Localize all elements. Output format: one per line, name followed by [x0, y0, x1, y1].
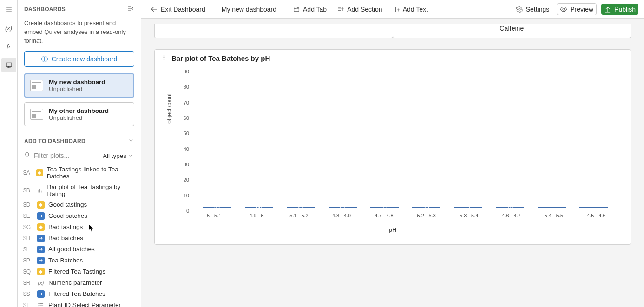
plot-item[interactable]: $R (x) Numeric parameter: [18, 277, 141, 288]
add-tab-button[interactable]: Add Tab: [290, 4, 329, 15]
object-set-icon: ◆: [36, 169, 43, 176]
y-tick: 90: [184, 69, 189, 74]
sidebar-title-row: DASHBOARDS: [18, 0, 141, 15]
bar[interactable]: 83: [203, 207, 231, 208]
dashboard-card[interactable]: My other dashboard Unpublished: [24, 102, 134, 126]
bar-slot: 14: [489, 207, 531, 208]
bar[interactable]: 14: [496, 207, 524, 208]
x-tick-label: 5.3 - 5.4: [447, 213, 490, 218]
plot-item[interactable]: $G ◆ Bad tastings: [18, 222, 141, 233]
item-label: Good batches: [48, 212, 87, 219]
svg-point-45: [164, 57, 165, 58]
collapse-sidebar-icon[interactable]: [127, 5, 134, 13]
plots-list: $A ◆ Tea Tastings linked to Tea Batches …: [18, 164, 141, 307]
transform-icon: ➜: [37, 257, 45, 264]
plot-item[interactable]: $T Plant ID Select Parameter: [18, 300, 141, 307]
x-axis-label: pH: [164, 226, 621, 233]
plot-item[interactable]: $H ➜ Bad batches: [18, 233, 141, 244]
add-section-button[interactable]: Add Section: [334, 4, 385, 15]
bar[interactable]: 66: [245, 207, 273, 208]
add-text-button[interactable]: Add Text: [390, 4, 431, 15]
toolbar: Exit Dashboard My new dashboard Add Tab …: [141, 0, 644, 19]
create-dashboard-label: Create new dashboard: [52, 55, 118, 63]
dashboard-card-icon: [30, 80, 43, 91]
chart-icon: [37, 187, 44, 194]
sidebar: DASHBOARDS Create dashboards to present …: [18, 0, 141, 307]
y-tick: 10: [184, 193, 189, 198]
publish-button[interactable]: Publish: [601, 4, 638, 15]
transform-icon: ➜: [37, 235, 45, 242]
y-tick: 50: [184, 131, 189, 136]
search-icon: [24, 151, 31, 160]
plot-item[interactable]: $E ➜ Good batches: [18, 210, 141, 222]
x-tick-label: 5.1 - 5.2: [278, 213, 320, 218]
item-code: $R: [23, 280, 33, 286]
plot-item[interactable]: $S ➜ Filtered Tea Batches: [18, 288, 141, 300]
preview-label: Preview: [570, 6, 593, 13]
x-tick-label: 4.6 - 4.7: [490, 213, 532, 218]
add-text-label: Add Text: [403, 6, 428, 13]
y-tick: 40: [184, 146, 189, 152]
item-label: Tea Batches: [48, 257, 83, 264]
item-code: $E: [23, 213, 33, 219]
sidebar-title: DASHBOARDS: [24, 6, 66, 13]
bar-value-label: 17: [465, 204, 471, 210]
dashboard-title: My new dashboard: [222, 6, 276, 13]
item-label: Good tastings: [48, 201, 87, 208]
svg-point-39: [563, 8, 565, 10]
item-code: $H: [23, 235, 33, 242]
menu-icon[interactable]: [1, 2, 16, 17]
plot-item[interactable]: $L ➜ All good batches: [18, 244, 141, 255]
type-filter-select[interactable]: All types: [102, 150, 134, 161]
bar[interactable]: 43: [287, 207, 315, 208]
plot-item[interactable]: $D ◆ Good tastings: [18, 199, 141, 210]
preview-button[interactable]: Preview: [557, 3, 597, 15]
create-dashboard-button[interactable]: Create new dashboard: [24, 51, 134, 67]
add-section-label: Add Section: [347, 6, 382, 13]
settings-label: Settings: [526, 6, 550, 13]
svg-rect-3: [6, 63, 12, 66]
bar[interactable]: 31: [370, 207, 399, 208]
plot-item[interactable]: $B Bar plot of Tea Tastings by Rating: [18, 182, 141, 199]
dashboard-card-status: Unpublished: [49, 114, 109, 121]
drag-handle-icon[interactable]: [161, 54, 167, 62]
dashboard-card[interactable]: My new dashboard Unpublished: [24, 73, 134, 98]
bar-slot: 83: [196, 207, 238, 208]
y-tick: 70: [184, 100, 189, 105]
function-icon[interactable]: fx: [1, 39, 16, 54]
variable-icon[interactable]: (x): [1, 20, 16, 35]
dashboard-card-icon: [30, 109, 43, 120]
plot-item[interactable]: $A ◆ Tea Tastings linked to Tea Batches: [18, 164, 141, 182]
bar[interactable]: 6: [538, 207, 566, 208]
dashboard-icon[interactable]: [1, 58, 16, 72]
item-label: All good batches: [48, 246, 95, 253]
y-tick: 80: [184, 84, 189, 90]
item-code: $S: [23, 291, 33, 297]
svg-point-42: [163, 57, 164, 58]
item-label: Tea Tastings linked to Tea Batches: [47, 166, 134, 180]
plot-item[interactable]: $P ➜ Tea Batches: [18, 255, 141, 266]
svg-point-38: [519, 8, 520, 10]
x-tick-label: 5.2 - 5.3: [405, 213, 447, 218]
settings-button[interactable]: Settings: [513, 4, 552, 15]
bar[interactable]: 17: [454, 207, 482, 208]
object-set-icon: ◆: [37, 223, 45, 231]
bar-value-label: 66: [256, 204, 262, 210]
publish-label: Publish: [614, 6, 636, 13]
filter-row: All types: [18, 148, 141, 164]
exit-dashboard-button[interactable]: Exit Dashboard: [147, 3, 208, 15]
bar[interactable]: 26: [412, 207, 440, 208]
svg-point-43: [163, 59, 164, 60]
bar[interactable]: 43: [329, 207, 357, 208]
y-tick: 0: [186, 208, 189, 214]
filter-plots-input[interactable]: [34, 152, 98, 159]
item-label: Bar plot of Tea Tastings by Rating: [47, 183, 134, 197]
bar[interactable]: 5: [579, 207, 608, 208]
chart-panel: Bar plot of Tea Batches by pH object cou…: [154, 49, 631, 245]
add-to-dashboard-header[interactable]: ADD TO DASHBOARD: [18, 131, 141, 148]
main-area: Exit Dashboard My new dashboard Add Tab …: [141, 0, 644, 307]
plot-item[interactable]: $Q ◆ Filtered Tea Tastings: [18, 266, 141, 277]
svg-point-19: [39, 306, 39, 307]
dashboard-card-title: My other dashboard: [49, 107, 109, 114]
item-label: Bad batches: [48, 235, 83, 242]
